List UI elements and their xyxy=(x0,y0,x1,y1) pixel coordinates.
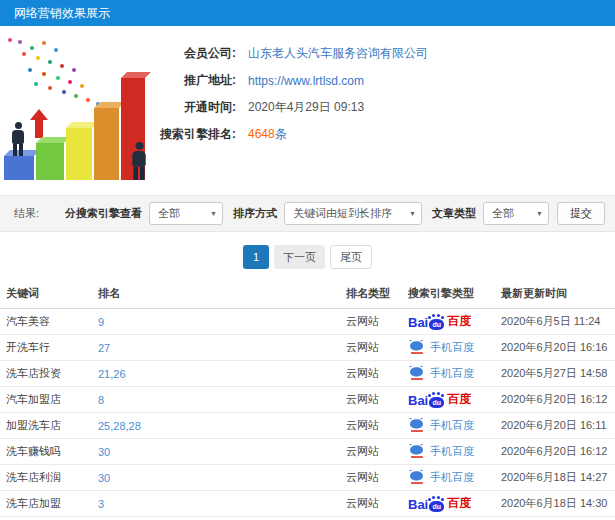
info-field-row: 开通时间: 2020年4月29日 09:13 xyxy=(150,94,428,121)
mobile-baidu-logo: 手机百度 xyxy=(408,366,474,381)
engine-filter-label: 分搜索引擎查看 xyxy=(65,206,142,221)
article-type-value: 全部 xyxy=(492,206,514,221)
info-fields: 会员公司: 山东老人头汽车服务咨询有限公司 推广地址: https://www.… xyxy=(150,30,428,194)
bar-orange xyxy=(94,108,119,180)
table-row: 汽车加盟店 8 云网站 Baidu百度 2020年6月20日 16:12 xyxy=(0,387,615,413)
engine-cell: 手机百度 xyxy=(408,444,501,459)
table-row: 洗车店投资 21,26 云网站 手机百度 2020年5月27日 14:58 xyxy=(0,361,615,387)
engine-cell: 手机百度 xyxy=(408,418,501,433)
rank-type-cell: 云网站 xyxy=(346,340,408,355)
caret-down-icon: ▼ xyxy=(536,210,543,217)
mobile-baidu-icon xyxy=(409,445,423,458)
filter-bar: 结果: 分搜索引擎查看 全部 ▼ 排序方式 关键词由短到长排序 ▼ 文章类型 全… xyxy=(0,195,615,232)
rank-link[interactable]: 3 xyxy=(98,498,346,510)
paw-icon xyxy=(410,341,423,350)
baidu-bai-text: Bai xyxy=(408,497,428,512)
app-header: 网络营销效果展示 xyxy=(0,0,615,26)
info-field-value: 山东老人头汽车服务咨询有限公司 xyxy=(248,45,428,62)
mobile-baidu-logo: 手机百度 xyxy=(408,418,474,433)
sort-select[interactable]: 关键词由短到长排序 ▼ xyxy=(284,202,422,225)
red-underline xyxy=(411,430,423,432)
update-time-cell: 2020年6月18日 14:27 xyxy=(501,470,615,485)
col-engine-type: 搜索引擎类型 xyxy=(408,286,501,301)
rank-type-cell: 云网站 xyxy=(346,418,408,433)
baidu-logo: Baidu百度 xyxy=(408,313,471,330)
page-title: 网络营销效果展示 xyxy=(14,5,110,22)
rank-type-cell: 云网站 xyxy=(346,392,408,407)
rank-type-cell: 云网站 xyxy=(346,444,408,459)
red-underline xyxy=(411,378,423,380)
next-page-button[interactable]: 下一页 xyxy=(274,245,325,269)
mobile-baidu-label: 手机百度 xyxy=(430,340,474,355)
up-arrow-icon xyxy=(30,109,48,138)
col-rank: 排名 xyxy=(98,286,346,301)
update-time-cell: 2020年6月20日 16:12 xyxy=(501,392,615,407)
article-type-label: 文章类型 xyxy=(432,206,476,221)
info-value[interactable]: https://www.lrtlsd.com xyxy=(248,74,364,88)
rank-link[interactable]: 27 xyxy=(98,342,346,354)
keyword-cell: 洗车店加盟 xyxy=(6,496,98,511)
rank-type-cell: 云网站 xyxy=(346,366,408,381)
rank-link[interactable]: 30 xyxy=(98,472,346,484)
baidu-bai-text: Bai xyxy=(408,315,428,330)
mobile-baidu-icon xyxy=(409,471,423,484)
engine-filter-select[interactable]: 全部 ▼ xyxy=(149,202,223,225)
app: 网络营销效果展示 会员公司: 山东老人头汽车服务咨询有限公司 推广地址: htt… xyxy=(0,0,615,520)
keyword-cell: 汽车加盟店 xyxy=(6,392,98,407)
baidu-bai-text: Bai xyxy=(408,393,428,408)
rank-link[interactable]: 25,28,28 xyxy=(98,420,346,432)
keyword-cell: 洗车店投资 xyxy=(6,366,98,381)
engine-cell: Baidu百度 xyxy=(408,313,501,330)
caret-down-icon: ▼ xyxy=(409,210,416,217)
mobile-baidu-logo: 手机百度 xyxy=(408,340,474,355)
caret-down-icon: ▼ xyxy=(210,210,217,217)
page-1-button[interactable]: 1 xyxy=(243,245,269,269)
paw-icon xyxy=(410,419,423,428)
mobile-baidu-icon xyxy=(409,341,423,354)
baidu-paw-icon: du xyxy=(429,501,444,512)
bar-blue xyxy=(4,156,34,180)
sort-label: 排序方式 xyxy=(233,206,277,221)
info-field-value: 2020年4月29日 09:13 xyxy=(248,99,364,116)
keyword-cell: 加盟洗车店 xyxy=(6,418,98,433)
baidu-paw-icon: du xyxy=(429,319,444,330)
info-field-row: 搜索引擎排名: 4648条 xyxy=(150,121,428,148)
update-time-cell: 2020年6月20日 16:12 xyxy=(501,444,615,459)
rank-type-cell: 云网站 xyxy=(346,470,408,485)
mobile-baidu-logo: 手机百度 xyxy=(408,470,474,485)
engine-cell: 手机百度 xyxy=(408,340,501,355)
results-table: 关键词 排名 排名类型 搜索引擎类型 最新更新时间 汽车美容 9 云网站 Bai… xyxy=(0,279,615,517)
baidu-logo: Baidu百度 xyxy=(408,391,471,408)
table-row: 洗车店利润 30 云网站 手机百度 2020年6月18日 14:27 xyxy=(0,465,615,491)
article-type-select[interactable]: 全部 ▼ xyxy=(483,202,549,225)
info-field-label: 搜索引擎排名: xyxy=(150,126,236,143)
info-value-suffix: 条 xyxy=(275,127,287,141)
confetti-dots xyxy=(8,38,12,42)
update-time-cell: 2020年5月27日 14:58 xyxy=(501,366,615,381)
info-field-value: https://www.lrtlsd.com xyxy=(248,74,364,88)
businessman-figure-left xyxy=(11,122,25,156)
last-page-button[interactable]: 尾页 xyxy=(330,245,372,269)
rank-link[interactable]: 30 xyxy=(98,446,346,458)
growth-chart-illustration xyxy=(0,30,150,190)
rank-link[interactable]: 9 xyxy=(98,316,346,328)
rank-link[interactable]: 21,26 xyxy=(98,368,346,380)
info-field-value: 4648条 xyxy=(248,126,287,143)
mobile-baidu-icon xyxy=(409,419,423,432)
info-value[interactable]: 山东老人头汽车服务咨询有限公司 xyxy=(248,46,428,60)
mobile-baidu-label: 手机百度 xyxy=(430,444,474,459)
update-time-cell: 2020年6月20日 16:16 xyxy=(501,340,615,355)
bar-yellow xyxy=(66,128,92,180)
col-rank-type: 排名类型 xyxy=(346,286,408,301)
info-field-label: 会员公司: xyxy=(150,45,236,62)
engine-cell: 手机百度 xyxy=(408,470,501,485)
businessman-figure-right xyxy=(131,142,147,180)
baidu-paw-icon: du xyxy=(429,397,444,408)
keyword-cell: 洗车店利润 xyxy=(6,470,98,485)
col-update-time: 最新更新时间 xyxy=(501,286,615,301)
update-time-cell: 2020年6月5日 11:24 xyxy=(501,314,615,329)
mobile-baidu-label: 手机百度 xyxy=(430,470,474,485)
rank-link[interactable]: 8 xyxy=(98,394,346,406)
submit-button[interactable]: 提交 xyxy=(557,202,605,225)
table-row: 洗车店加盟 3 云网站 Baidu百度 2020年6月18日 14:30 xyxy=(0,491,615,517)
